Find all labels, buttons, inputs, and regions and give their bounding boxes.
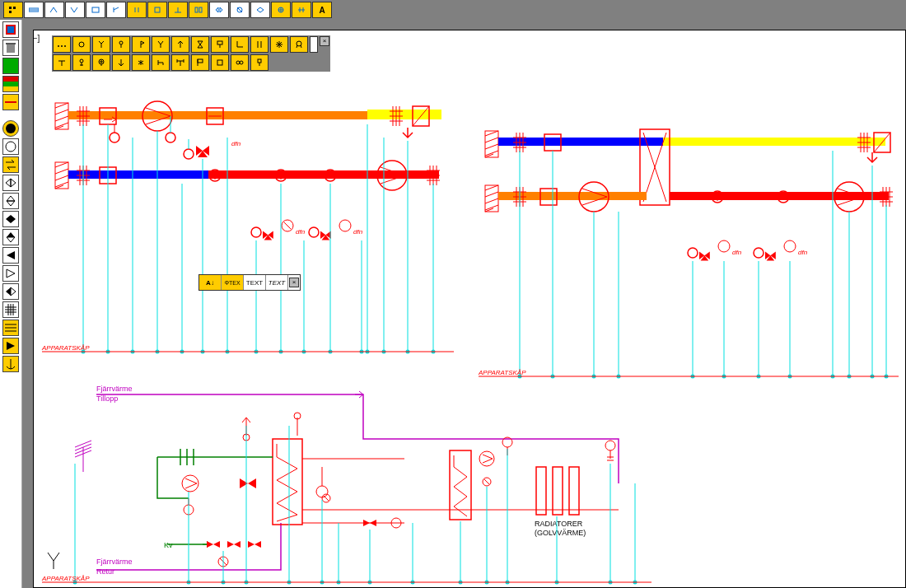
svg-rect-48 [258,59,261,63]
sym-box[interactable] [211,36,229,53]
svg-rect-126 [553,467,563,515]
swap-icon[interactable] [2,156,19,173]
svg-point-96 [784,240,796,252]
top-tool-3[interactable] [44,2,64,18]
svg-rect-93 [498,192,647,200]
top-tool-7[interactable] [127,2,147,18]
svg-rect-18 [3,86,18,91]
retur: Retur [96,567,114,576]
svg-rect-17 [3,82,18,86]
dfn4: dfn [732,249,742,256]
fjarrvarme-ret: Fjärrvärme [96,558,133,566]
right-tri-icon[interactable] [2,265,19,282]
top-tool-1[interactable] [3,2,23,18]
anchor-icon[interactable] [2,356,19,372]
svg-rect-3 [9,11,12,13]
text-toolbar-close[interactable]: × [289,278,299,287]
top-tool-16[interactable]: A [312,2,332,18]
dfn3: dfn [353,228,363,236]
sym-flag2[interactable] [191,54,209,71]
top-tool-14[interactable] [271,2,291,18]
brand-icon[interactable] [2,21,19,38]
drawing-canvas[interactable]: [−] × [33,30,906,588]
sym-circle[interactable] [72,36,91,53]
valve2-icon[interactable] [2,193,19,209]
svg-rect-127 [569,467,579,515]
top-tool-13[interactable] [250,2,270,18]
sym-pin[interactable] [250,54,269,71]
sym-square[interactable] [211,54,229,71]
top-tool-8[interactable] [147,2,167,18]
text-tool-1[interactable]: TEXT [244,275,266,290]
sym-dots[interactable] [53,36,71,53]
swap2-icon[interactable] [2,283,19,300]
fjarrvarme-sup: Fjärrvärme [96,385,133,393]
valve3-icon[interactable] [2,211,19,227]
svg-rect-2 [13,7,16,9]
layers-yellow-icon[interactable] [2,76,19,92]
sym-y[interactable] [152,36,170,53]
dfn1: dfn [231,140,241,147]
sym-circles[interactable] [231,54,249,71]
hatch-icon[interactable] [2,301,19,318]
sym-badge[interactable] [290,36,308,53]
trash-icon[interactable] [2,40,19,56]
circle-yellow-icon[interactable] [2,120,19,137]
svg-point-31 [64,45,66,47]
sym-lines[interactable] [250,36,269,53]
sym-asterisk[interactable] [132,54,150,71]
app-window: A [−] [0,0,906,588]
text-tool-2[interactable]: TEXT [266,275,288,290]
sym-t[interactable] [53,54,71,71]
left-tri-icon[interactable] [2,247,19,264]
text-tool-az[interactable]: A↓ [199,275,222,290]
sym-down[interactable] [112,54,130,71]
svg-rect-68 [68,170,208,179]
svg-rect-1 [9,7,12,9]
dfn5: dfn [798,249,808,256]
valve4-icon[interactable] [2,229,19,245]
valve1-icon[interactable] [2,175,19,191]
sym-key[interactable] [72,54,91,71]
layers-green-icon[interactable] [2,58,19,74]
top-tool-6[interactable] [106,2,126,18]
annotation-a: A [319,6,325,15]
sym-fork[interactable] [92,36,110,53]
sym-tee[interactable] [171,54,189,71]
top-tool-10[interactable] [189,2,208,18]
sym-plus[interactable] [92,54,110,71]
top-tool-5[interactable] [86,2,105,18]
sym-flag[interactable] [132,36,150,53]
svg-point-128 [605,441,615,450]
lines-yellow-icon[interactable] [2,320,19,336]
top-toolbar: A [0,0,906,21]
svg-point-72 [339,220,351,231]
sym-ring[interactable] [112,36,130,53]
svg-rect-7 [155,7,160,12]
circle-empty-icon[interactable] [2,138,19,155]
svg-rect-69 [208,170,439,179]
apparatskap-1: APPARATSKÅP [41,344,90,352]
right-tri-y-icon[interactable] [2,338,19,354]
text-tool-phi[interactable]: ΦTEX [222,275,244,290]
svg-point-95 [718,240,730,252]
svg-point-46 [236,61,240,64]
top-tool-11[interactable] [209,2,229,18]
top-tool-12[interactable] [230,2,250,18]
sym-star[interactable] [270,36,288,53]
apparatskap-2: APPARATSKÅP [478,369,526,376]
sym-bowtie-v[interactable] [191,36,209,53]
sym-arrow[interactable] [171,36,189,53]
top-tool-2[interactable] [24,2,44,18]
top-tool-15[interactable] [292,2,311,18]
sym-chair[interactable] [152,54,170,71]
sym-l[interactable] [231,36,249,53]
top-tool-4[interactable] [65,2,85,18]
palette-handle[interactable] [310,36,318,53]
svg-rect-9 [199,7,202,12]
line-yellow-icon[interactable] [2,94,19,110]
palette-close[interactable]: × [320,36,329,46]
radiatorer: RADIATORER [535,520,583,528]
svg-rect-91 [663,138,885,146]
top-tool-9[interactable] [168,2,188,18]
